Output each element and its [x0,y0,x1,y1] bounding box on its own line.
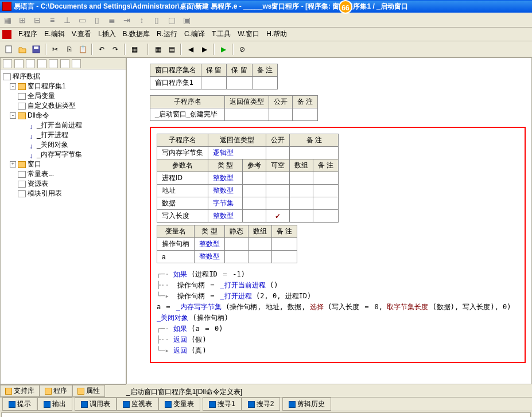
tb-icon[interactable]: ▦ [2,15,13,25]
assembly-table[interactable]: 窗口程序集名保 留保 留备 注 窗口程序集1 [150,64,278,89]
panel-tab-tips[interactable]: 提示 [2,397,37,411]
tb-icon[interactable]: ↕ [137,15,147,25]
tree-node[interactable]: 全局变量 [3,91,123,101]
tree-node[interactable]: 资源表 [3,179,123,189]
tb-icon[interactable]: ⇥ [122,15,132,25]
tb-icon[interactable]: ▭ [77,15,87,25]
panel-tab-clip[interactable]: 剪辑历史 [282,397,331,411]
menu-program[interactable]: F.程序 [15,28,41,40]
notification-badge[interactable]: 66 [339,0,352,14]
sidebar-btn[interactable] [3,59,12,68]
sidebar-toolbar [1,58,126,69]
book-icon [5,388,12,395]
tab-support-lib[interactable]: 支持库 [0,385,40,397]
tree-node[interactable]: 模块引用表 [3,189,123,198]
tb-icon[interactable]: ▯ [152,15,162,25]
folder-icon [18,161,26,168]
paste-button[interactable]: 📋 [76,43,89,56]
menu-compile[interactable]: C.编译 [181,28,208,40]
tb-icon[interactable]: ▯ [92,15,102,25]
copy-button[interactable]: ⎘ [63,43,75,56]
panel-tab-call[interactable]: 调用表 [75,397,117,411]
list-button[interactable]: ▤ [165,43,178,56]
project-tree[interactable]: 程序数据 -窗口程序集1全局变量自定义数据类型-Dll命令↓_打开当前进程↓_打… [1,69,126,384]
open-button[interactable] [16,43,29,56]
tb-icon[interactable]: ⊟ [32,15,42,25]
watch-icon [123,401,130,408]
menu-tools[interactable]: T.工具 [208,28,234,40]
new-button[interactable] [2,43,15,56]
tb-icon[interactable]: ≡ [47,15,57,25]
tree-node[interactable]: 常量表... [3,169,123,179]
panel-tab-vars[interactable]: 变量表 [158,397,200,411]
tree-node[interactable]: ↓_打开进程 [3,130,123,140]
sidebar-btn[interactable] [72,59,81,68]
run-button[interactable]: ▶ [217,43,230,56]
panel-tab-watch[interactable]: 监视表 [117,397,158,411]
menu-view[interactable]: V.查看 [68,28,95,40]
undo-button[interactable]: ↶ [95,43,108,56]
expand-toggle[interactable]: - [10,83,16,89]
editor-tab-window[interactable]: _启动窗口 [126,387,158,397]
tree-node[interactable]: -Dll命令 [3,111,123,120]
tb-icon[interactable]: ▣ [181,15,192,25]
panel-tab-output[interactable]: 输出 [37,397,72,411]
info-icon [9,401,15,408]
menu-insert[interactable]: I.插入 [95,28,119,40]
panel-tab-search1[interactable]: 搜寻1 [203,397,242,411]
output-icon [44,401,51,408]
tb-icon[interactable]: ⊥ [62,15,72,25]
sidebar-btn[interactable] [14,59,24,68]
arrow-icon: ↓ [27,122,35,129]
tab-properties[interactable]: 属性 [72,385,105,397]
menu-help[interactable]: H.帮助 [263,28,290,40]
cut-button[interactable]: ✂ [49,43,61,56]
expand-toggle[interactable]: + [10,161,16,167]
doc-icon [18,103,26,110]
tree-label: 全局变量 [28,91,55,101]
save-button[interactable] [30,43,42,56]
grid-button[interactable]: ▦ [152,43,164,56]
tree-node[interactable]: ↓_关闭对象 [3,140,123,150]
menu-database[interactable]: B.数据库 [119,28,153,40]
toolbar-icons-row: ▦ ⊞ ⊟ ≡ ⊥ ▭ ▯ ≣ ⇥ ↕ ▯ ▢ ▣ [0,13,532,28]
tab-program[interactable]: 程序 [40,385,72,397]
variable-table[interactable]: 变量名类 型静态数组备 注 操作句柄整数型a整数型 [157,225,297,263]
expand-toggle[interactable]: - [10,112,16,119]
tb-icon[interactable]: ≣ [107,15,117,25]
tree-node[interactable]: -窗口程序集1 [3,81,123,91]
svg-rect-2 [34,46,38,49]
tree-node[interactable]: ↓_内存写字节集 [3,150,123,159]
subroutine-table[interactable]: 子程序名返回值类型公开备 注 写内存字节集逻辑型 参数名类 型参考可空数组备 注… [157,134,339,223]
redo-button[interactable]: ↷ [109,43,122,56]
sidebar-btn[interactable] [49,59,58,68]
tree-root-label: 程序数据 [13,72,40,81]
sidebar-btn[interactable] [37,59,46,68]
tree-node[interactable]: ↓_打开当前进程 [3,120,123,130]
menu-edit[interactable]: E.编辑 [41,28,68,40]
tree-root[interactable]: 程序数据 [3,72,123,81]
code-block[interactable]: ┌─· 如果 (进程ID ＝ -1) ├·· 操作句柄 ＝ _打开当前进程 ()… [157,269,519,356]
editor-tab-dll[interactable]: [Dll命令定义表] [196,387,242,397]
next-button[interactable]: ▶ [198,43,211,56]
sidebar-btn[interactable] [26,59,35,68]
form-button[interactable]: ▦ [128,43,141,56]
stop-button[interactable]: ⊘ [236,43,248,56]
main-toolbar: ✂ ⎘ 📋 ↶ ↷ ▦ ▦ ▤ ◀ ▶ ▶ ⊘ [0,41,532,57]
doc-icon [18,190,26,197]
editor-tab-assembly[interactable]: 窗口程序集1 [158,387,196,397]
panel-body[interactable] [1,412,531,417]
tb-icon[interactable]: ▢ [166,15,177,25]
tree-node[interactable]: +窗口 [3,159,123,169]
prev-button[interactable]: ◀ [184,43,197,56]
menu-window[interactable]: W.窗口 [234,28,263,40]
menu-run[interactable]: R.运行 [153,28,181,40]
tree-label: _关闭对象 [37,140,68,150]
panel-tab-search2[interactable]: 搜寻2 [242,397,281,411]
tree-label: 常量表... [28,169,54,179]
tree-node[interactable]: 自定义数据类型 [3,101,123,111]
tb-icon[interactable]: ⊞ [17,15,28,25]
sub-table[interactable]: 子程序名返回值类型公开备 注 _启动窗口_创建完毕 [150,95,318,121]
sidebar-btn[interactable] [60,59,69,68]
code-editor[interactable]: 窗口程序集名保 留保 留备 注 窗口程序集1 子程序名返回值类型公开备 注 _启… [126,57,532,384]
